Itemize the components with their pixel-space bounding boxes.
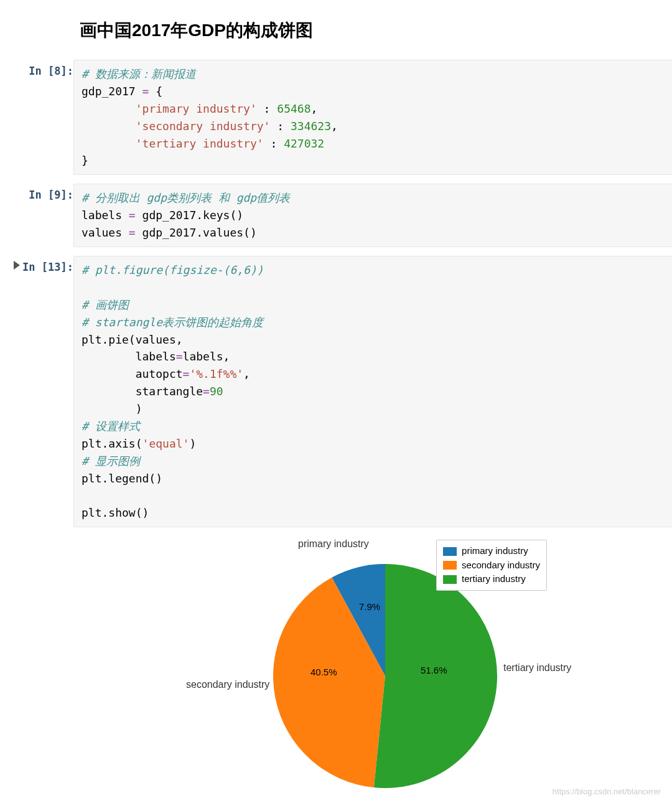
code-cell-3: In [13]: # plt.figure(figsize-(6,6)) # 画… (0, 256, 672, 527)
watermark: https://blog.csdn.net/blancerer (553, 787, 661, 796)
page-title: 画中国2017年GDP的构成饼图 (80, 19, 672, 42)
svg-marker-2 (14, 261, 20, 270)
pie-label-tertiary: tertiary industry (503, 662, 571, 674)
legend-swatch (443, 547, 457, 556)
code-editor[interactable]: # 分别取出 gdp类别列表 和 gdp值列表 labels = gdp_201… (73, 184, 672, 247)
code-editor[interactable]: # 数据来源：新闻报道 gdp_2017 = { 'primary indust… (73, 60, 672, 175)
pie-pct-secondary: 40.5% (310, 667, 337, 677)
legend-entry: tertiary industry (443, 572, 540, 586)
run-icon[interactable] (14, 261, 20, 272)
pie-label-primary: primary industry (298, 538, 369, 550)
pie-pct-primary: 7.9% (359, 601, 380, 612)
pie-label-secondary: secondary industry (186, 679, 269, 690)
code-cell-1: In [8]: # 数据来源：新闻报道 gdp_2017 = { 'primar… (0, 60, 672, 175)
legend-swatch (443, 561, 457, 570)
cell-prompt: In [13]: (22, 261, 73, 273)
legend-entry: primary industry (443, 544, 540, 558)
pie-legend: primary industry secondary industry tert… (436, 540, 547, 591)
pie-chart: primary industry secondary industry tert… (174, 536, 572, 803)
cell-output: primary industry secondary industry tert… (73, 536, 672, 803)
cell-prompt: In [8]: (29, 65, 73, 77)
cell-prompt: In [9]: (29, 189, 73, 201)
pie-slice-tertiary (374, 564, 497, 788)
legend-entry: secondary industry (443, 558, 540, 573)
code-cell-2: In [9]: # 分别取出 gdp类别列表 和 gdp值列表 labels =… (0, 184, 672, 247)
code-editor[interactable]: # plt.figure(figsize-(6,6)) # 画饼图 # star… (73, 256, 672, 527)
legend-swatch (443, 575, 457, 584)
pie-pct-tertiary: 51.6% (421, 665, 447, 675)
